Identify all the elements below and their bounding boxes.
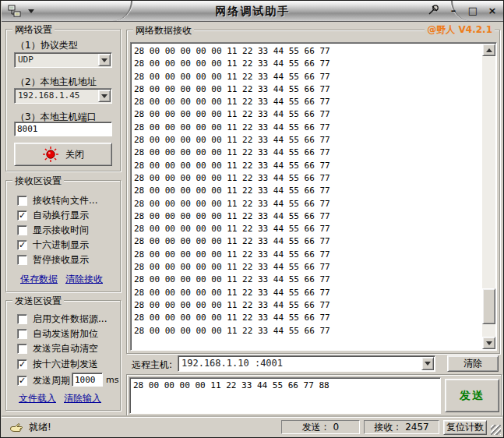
sent-counter-value: 0 <box>333 422 340 433</box>
received-counter-label: 接收 : <box>374 421 399 434</box>
option-row: 自动发送附加位 <box>17 327 98 340</box>
clear-receive-link[interactable]: 清除接收 <box>65 273 103 286</box>
local-host-value: 192.168.1.45 <box>18 90 79 101</box>
network-settings-group: 网络设置 （1）协议类型 UDP （2）本地主机地址 192.168.1.45 … <box>5 29 121 171</box>
send-settings-group: 发送区设置 启用文件数据源... 自动发送附加位 发送完自动清空 ✓ 按十六进制… <box>5 300 121 411</box>
option-label[interactable]: 发送完自动清空 <box>33 342 98 355</box>
protocol-value: UDP <box>18 55 33 65</box>
clear-receive-button-label: 清除 <box>463 357 482 370</box>
send-button-label: 发送 <box>460 389 485 403</box>
checkbox-file-data-source[interactable] <box>17 314 27 324</box>
send-settings-title: 发送区设置 <box>12 295 64 308</box>
clear-receive-button[interactable]: 清除 <box>447 355 499 372</box>
option-label[interactable]: 自动发送附加位 <box>33 327 98 341</box>
send-data-input[interactable]: 28 00 00 00 00 11 22 33 44 55 66 77 88 <box>129 377 441 414</box>
titlebar[interactable]: 网络调试助手 – □ × <box>2 1 504 22</box>
option-row: 启用文件数据源... <box>17 313 107 325</box>
checkbox-auto-wrap[interactable]: ✓ <box>17 210 27 221</box>
local-host-combobox[interactable]: 192.168.1.45 <box>14 88 112 104</box>
checkbox-send-as-hex[interactable]: ✓ <box>17 359 27 369</box>
reset-count-button-label: 复位计数 <box>446 421 484 434</box>
send-area-group: 28 00 00 00 00 11 22 33 44 55 66 77 88 发… <box>126 374 502 416</box>
checkbox-auto-append[interactable] <box>17 329 27 339</box>
option-label[interactable]: 显示接收时间 <box>33 224 89 237</box>
received-counter-value: 2457 <box>405 422 429 433</box>
maximize-button[interactable]: □ <box>466 3 480 17</box>
receive-settings-group: 接收区设置 接收转向文件... ✓ 自动换行显示 显示接收时间 ✓ 十六进制显示… <box>5 180 121 292</box>
receive-data-box[interactable]: 28 00 00 00 00 00 11 22 33 44 55 66 77 2… <box>130 42 497 351</box>
option-label[interactable]: 十六进制显示 <box>33 238 89 252</box>
option-row: ✓ 按十六进制发送 <box>17 358 98 370</box>
scroll-down-icon[interactable] <box>482 337 495 349</box>
local-host-dropdown-icon[interactable] <box>98 90 111 102</box>
local-port-input[interactable] <box>14 122 112 136</box>
option-label[interactable]: 启用文件数据源... <box>33 313 107 326</box>
remote-host-value: 192.168.1.10 :4001 <box>182 358 283 369</box>
reset-count-button[interactable]: 复位计数 <box>443 420 487 435</box>
checkbox-pause-receive[interactable] <box>17 255 27 265</box>
option-label[interactable]: 发送周期 <box>33 374 70 387</box>
send-button[interactable]: 发送 <box>445 379 499 412</box>
network-settings-title: 网络设置 <box>12 23 55 37</box>
close-window-button[interactable]: × <box>485 3 499 17</box>
save-data-link[interactable]: 保存数据 <box>20 273 58 286</box>
receive-data-text: 28 00 00 00 00 00 11 22 33 44 55 66 77 2… <box>134 45 481 348</box>
option-row: 显示接收时间 <box>17 224 89 236</box>
status-message: 就绪! <box>29 421 51 434</box>
connection-toggle-button[interactable]: 关闭 <box>14 143 112 166</box>
statusbar: 就绪! 发送 : 0 接收 : 2457 复位计数 <box>2 417 502 436</box>
send-cycle-unit: ms <box>106 375 118 385</box>
option-row: 发送完自动清空 <box>17 342 98 355</box>
option-label[interactable]: 接收转向文件... <box>33 194 97 207</box>
scroll-up-icon[interactable] <box>482 44 495 56</box>
checkbox-receive-to-file[interactable] <box>17 196 27 206</box>
send-cycle-input[interactable] <box>72 373 103 387</box>
checkbox-send-cycle[interactable]: ✓ <box>17 376 27 386</box>
received-counter-panel: 接收 : 2457 <box>364 420 439 434</box>
checkbox-show-time[interactable] <box>17 225 27 235</box>
app-window: 网络调试助手 – □ × 网络设置 （1）协议类型 UDP （2）本地主机地址 … <box>0 0 504 438</box>
pin-icon[interactable] <box>427 3 441 17</box>
scroll-thumb[interactable] <box>482 288 495 324</box>
connection-led-icon <box>42 146 59 163</box>
option-label[interactable]: 按十六进制发送 <box>33 358 98 371</box>
protocol-label: （1）协议类型 <box>16 39 78 52</box>
protocol-dropdown-icon[interactable] <box>98 54 111 66</box>
sent-counter-panel: 发送 : 0 <box>281 420 360 434</box>
receive-data-title: 网络数据接收 <box>133 24 194 37</box>
remote-host-combobox[interactable]: 192.168.1.10 :4001 <box>178 355 435 372</box>
option-label[interactable]: 自动换行显示 <box>33 209 89 222</box>
receive-data-group: 网络数据接收 @野人 V4.2.1 28 00 00 00 00 00 11 2… <box>126 30 500 354</box>
option-label[interactable]: 暂停接收显示 <box>33 253 89 267</box>
protocol-combobox[interactable]: UDP <box>14 52 112 68</box>
receive-settings-title: 接收区设置 <box>12 175 64 188</box>
option-row: 接收转向文件... <box>17 194 97 207</box>
sent-counter-label: 发送 : <box>302 421 327 434</box>
checkbox-hex-display[interactable]: ✓ <box>17 240 27 250</box>
connection-toggle-label: 关闭 <box>65 148 84 161</box>
option-row: ✓ 发送周期 <box>17 374 70 387</box>
local-host-label: （2）本地主机地址 <box>16 76 97 89</box>
option-row: ✓ 自动换行显示 <box>17 209 89 221</box>
minimize-button[interactable]: – <box>446 3 460 17</box>
checkbox-clear-after-send[interactable] <box>17 344 27 354</box>
option-row: 暂停接收显示 <box>17 253 89 266</box>
resize-grip[interactable] <box>491 425 501 435</box>
receive-scrollbar[interactable] <box>482 44 495 349</box>
file-load-link[interactable]: 文件载入 <box>19 392 56 405</box>
version-label: @野人 V4.2.1 <box>425 23 495 37</box>
option-row: ✓ 十六进制显示 <box>17 238 89 251</box>
status-hand-icon <box>9 422 23 433</box>
clear-input-link[interactable]: 清除输入 <box>64 392 101 405</box>
remote-host-label: 远程主机: <box>132 359 172 372</box>
remote-host-dropdown-icon[interactable] <box>421 357 434 370</box>
